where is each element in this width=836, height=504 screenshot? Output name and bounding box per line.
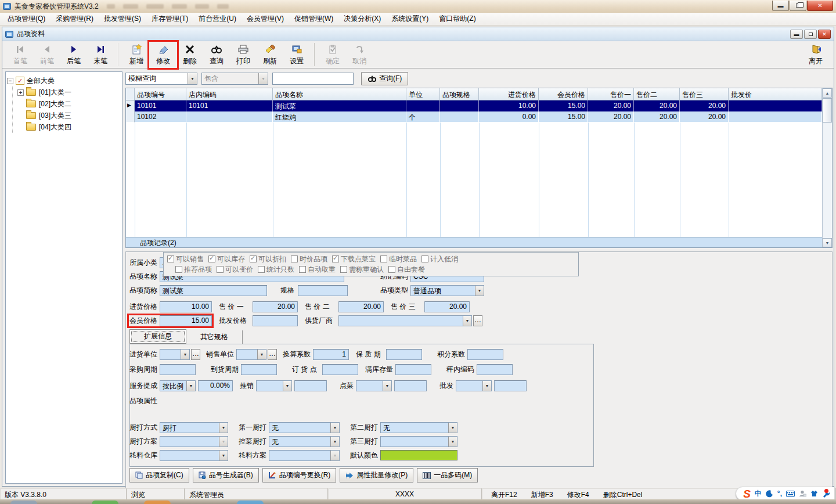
supplier-browse-button[interactable]: …	[473, 315, 482, 326]
checkbox-market-price[interactable]: 时价品项	[291, 254, 327, 264]
checkbox-can-discount[interactable]: 可以折扣	[250, 254, 286, 264]
multi-code-button[interactable]: 一品多码(M)	[417, 468, 478, 483]
renumber-button[interactable]: 品项编号更换(R)	[262, 468, 337, 483]
ime-toolbar[interactable]: S 中 °,	[736, 487, 835, 501]
tree-item-category1[interactable]: + [01]大类一	[17, 87, 121, 98]
delete-button[interactable]: 删除	[176, 42, 203, 67]
material-store-select[interactable]: ▼	[160, 450, 228, 461]
scale-code-field[interactable]	[477, 364, 513, 375]
tree-root-label[interactable]: 全部大类	[27, 76, 55, 86]
tree-item-label[interactable]: [01]大类一	[39, 88, 71, 98]
checkbox-free-combo[interactable]: 自由套餐	[388, 265, 425, 275]
tab-other-specs[interactable]: 其它规格	[186, 330, 243, 344]
add-button[interactable]: 新增	[123, 42, 150, 67]
doc-minimize-button[interactable]: ▬	[790, 30, 803, 39]
menu-item-member[interactable]: 会员管理(V)	[242, 12, 289, 26]
taskbar-app-blue-icon[interactable]	[237, 501, 264, 504]
search-operator-select[interactable]: 包含▼	[201, 73, 268, 85]
batch-modify-button[interactable]: 属性批量修改(P)	[340, 468, 413, 483]
menu-item-analysis[interactable]: 决策分析(X)	[338, 12, 386, 26]
prev-record-button[interactable]: 前笔	[34, 42, 60, 67]
minimize-button[interactable]: ▬	[772, 1, 789, 11]
default-color-swatch[interactable]	[380, 450, 457, 460]
commission-mode-select[interactable]: 按比例▼	[160, 380, 196, 391]
column-header[interactable]: 店内编码	[186, 88, 273, 100]
item-no-generator-button[interactable]: 品号生成器(B)	[193, 468, 259, 483]
refresh-button[interactable]: 刷新	[257, 42, 283, 67]
purchase-unit-browse-button[interactable]: …	[191, 349, 200, 360]
menu-item-frontdesk[interactable]: 前台营业(U)	[193, 12, 242, 26]
user-account-icon[interactable]	[799, 490, 806, 497]
tab-extended-info[interactable]: 扩展信息	[129, 329, 186, 344]
modify-button[interactable]: 修改	[150, 42, 176, 67]
next-record-button[interactable]: 后笔	[60, 42, 87, 67]
purchase-price-field[interactable]: 10.00	[160, 301, 212, 312]
column-header[interactable]: 单位	[406, 88, 440, 100]
search-input[interactable]	[272, 73, 354, 85]
tree-item-category4[interactable]: [04]大类四	[17, 121, 121, 133]
column-header[interactable]: 售价一	[588, 88, 634, 100]
search-button[interactable]: 查询(F)	[361, 72, 408, 85]
column-header[interactable]: 品项规格	[440, 88, 479, 100]
price1-field[interactable]: 20.00	[253, 301, 298, 312]
settings-button[interactable]: 设置	[283, 42, 310, 67]
conversion-field[interactable]: 1	[313, 349, 349, 360]
column-header[interactable]: 会员价格	[539, 88, 588, 100]
search-mode-select[interactable]: 模糊查询▼	[125, 73, 197, 85]
sale-unit-select[interactable]: ▼	[236, 349, 266, 360]
taskbar-app-orange-icon[interactable]	[144, 501, 171, 504]
dish-order-field[interactable]	[394, 380, 427, 391]
column-header[interactable]: 售价二	[634, 88, 680, 100]
table-row[interactable]: 10102 红烧鸡 个 0.00 15.00 20.00 20.00 20.00	[126, 111, 822, 123]
price3-field[interactable]: 20.00	[424, 301, 470, 312]
scroll-down-icon[interactable]: ▼	[823, 238, 832, 247]
sogou-logo-icon[interactable]: S	[743, 488, 751, 499]
close-button[interactable]: ✕	[807, 1, 833, 11]
push-sale-field[interactable]	[294, 380, 327, 391]
restore-button[interactable]	[790, 1, 806, 11]
kitchen1-select[interactable]: 无▼	[269, 422, 340, 433]
punctuation-mode-icon[interactable]: °,	[777, 489, 782, 498]
column-header[interactable]: 品项编号	[135, 88, 186, 100]
short-name-field[interactable]: 测试菜	[160, 285, 267, 296]
material-plan-select[interactable]: ▼	[269, 450, 340, 461]
checkbox-temp-dish[interactable]: 临时菜品	[380, 254, 417, 264]
checkbox-auto-weight[interactable]: 自动取重	[299, 265, 336, 275]
purchase-unit-select[interactable]: ▼	[160, 349, 190, 360]
menu-item-purchase[interactable]: 采购管理(R)	[51, 12, 99, 26]
menu-item-inventory[interactable]: 库存管理(T)	[146, 12, 193, 26]
kitchen-plan-select[interactable]: ▼	[160, 436, 228, 447]
shelf-life-field[interactable]	[386, 349, 422, 360]
windows-taskbar-edge[interactable]	[0, 499, 836, 504]
kitchen3-select[interactable]: ▼	[380, 436, 457, 447]
last-record-button[interactable]: 末笔	[87, 42, 114, 67]
max-stock-field[interactable]	[395, 364, 431, 375]
scroll-up-icon[interactable]: ▲	[823, 88, 832, 98]
wholesale-price-field[interactable]	[253, 315, 298, 326]
price2-field[interactable]: 20.00	[338, 301, 384, 312]
member-price-field[interactable]: 15.00	[160, 315, 212, 326]
column-header[interactable]: 品项名称	[273, 88, 406, 100]
dish-order-select[interactable]: ▼	[356, 380, 392, 391]
checkbox-can-sell[interactable]: 可以销售	[167, 254, 204, 264]
tree-item-label[interactable]: [03]大类三	[39, 111, 71, 121]
ime-chinese-mode-icon[interactable]: 中	[755, 489, 762, 499]
checkbox-min-charge[interactable]: 计入低消	[421, 254, 458, 264]
sale-unit-browse-button[interactable]: …	[268, 349, 277, 360]
menu-item-help[interactable]: 窗口帮助(Z)	[434, 12, 481, 26]
scrollbar-thumb[interactable]	[823, 98, 832, 123]
column-header[interactable]: 进货价格	[479, 88, 539, 100]
tree-item-label[interactable]: [02]大类二	[39, 99, 71, 109]
tree-item-label[interactable]: [04]大类四	[39, 123, 71, 132]
purchase-cycle-field[interactable]	[160, 364, 196, 375]
table-row-selected[interactable]: ▶ 10101 10101 测试菜 10.00 15.00 20.00 20.0…	[126, 100, 822, 111]
checkbox-confirm-weight[interactable]: 需称重确认	[340, 265, 384, 275]
commission-rate-field[interactable]: 0.00%	[198, 380, 233, 391]
tree-item-category3[interactable]: [03]大类三	[17, 110, 121, 121]
column-header[interactable]: 售价三	[680, 88, 729, 100]
checkbox-count-units[interactable]: 统计只数	[258, 265, 294, 275]
moon-icon[interactable]	[766, 490, 773, 498]
query-button[interactable]: 查询	[203, 42, 230, 67]
doc-close-button[interactable]: ✕	[818, 30, 831, 39]
spec-field[interactable]	[298, 285, 348, 296]
